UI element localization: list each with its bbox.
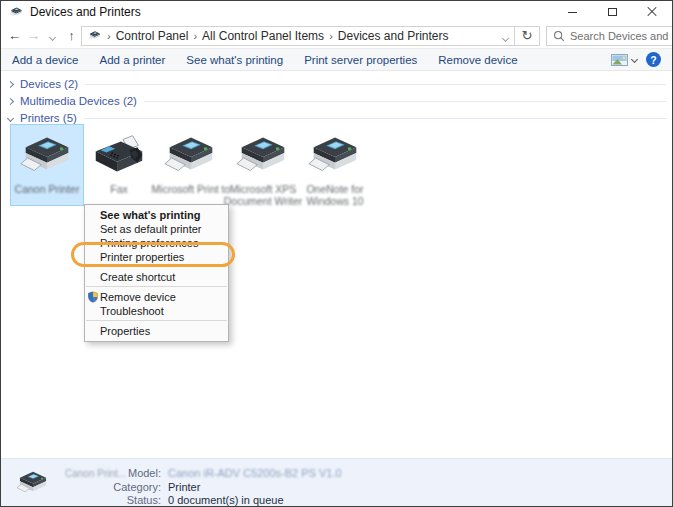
menu-item-see-whats-printing[interactable]: See what's printing [85,208,228,222]
menu-separator [86,266,227,267]
chevron-right-icon [7,80,14,87]
history-dropdown-button[interactable] [43,29,62,42]
group-rule [84,118,666,119]
group-label: Printers (5) [20,112,77,124]
command-toolbar: Add a device Add a printer See what's pr… [1,48,672,71]
printer-tile-fax[interactable]: Fax [83,125,155,205]
change-view-button[interactable] [611,54,637,66]
address-bar-row: ← → ↑ › Control Panel › All Control Pane… [1,23,672,48]
breadcrumb-separator: › [193,30,197,42]
chevron-right-icon [7,97,14,104]
group-header-devices[interactable]: Devices (2) [8,76,666,92]
titlebar: Devices and Printers [1,1,672,23]
menu-item-remove-device[interactable]: Remove device [85,290,228,304]
group-label: Devices (2) [20,78,78,90]
menu-item-printer-properties[interactable]: Printer properties [85,250,228,264]
menu-item-label: Remove device [100,291,176,303]
group-header-printers[interactable]: Printers (5) [8,110,666,126]
printer-tile-microsoft-xps[interactable]: Microsoft XPS Document Writer [227,125,299,205]
minimize-icon [568,12,577,13]
menu-item-set-as-default-printer[interactable]: Set as default printer [85,222,228,236]
fax-icon [88,132,150,180]
printer-tile-onenote[interactable]: OneNote for Windows 10 [299,125,371,205]
devices-breadcrumb-icon [88,30,102,41]
address-bar[interactable]: › Control Panel › All Control Panel Item… [81,26,515,46]
device-details: Model: Canon iR-ADV C5200s-B2 PS V1.0 Ca… [101,467,342,507]
refresh-button[interactable]: ↻ [515,26,540,46]
view-thumbnail-icon [611,54,628,66]
search-input[interactable] [570,30,673,42]
printer-tile-microsoft-print-to[interactable]: Microsoft Print to [155,125,227,205]
menu-separator [86,320,227,321]
printer-icon [160,132,222,180]
printer-tile-canon[interactable]: Canon Printer [11,125,83,205]
minimize-button[interactable] [552,1,592,23]
back-button[interactable]: ← [5,29,24,42]
add-a-device-button[interactable]: Add a device [12,54,79,66]
close-icon [647,7,657,17]
window-title: Devices and Printers [30,5,141,19]
printer-tiles: Canon Printer Fax Microsoft Print to Mic… [11,125,371,205]
printer-app-icon [9,6,24,18]
context-menu: See what's printing Set as default print… [84,204,229,342]
chevron-down-icon [631,56,638,63]
chevron-down-icon [7,114,14,121]
uac-shield-icon [87,291,99,303]
model-value: Canon iR-ADV C5200s-B2 PS V1.0 [168,467,342,480]
printer-icon [232,132,294,180]
status-value: 0 document(s) in queue [168,494,342,507]
breadcrumb-separator: › [107,30,111,42]
menu-item-troubleshoot[interactable]: Troubleshoot [85,304,228,318]
print-server-properties-button[interactable]: Print server properties [304,54,417,66]
up-button[interactable]: ↑ [62,29,81,42]
search-icon [553,30,565,42]
printer-tile-label: OneNote for Windows 10 [291,183,379,207]
close-button[interactable] [632,1,672,23]
address-dropdown-button[interactable] [503,27,508,45]
remove-device-button[interactable]: Remove device [438,54,517,66]
category-value: Printer [168,481,342,494]
breadcrumb-separator: › [329,30,333,42]
see-whats-printing-button[interactable]: See what's printing [186,54,283,66]
add-a-printer-button[interactable]: Add a printer [100,54,166,66]
printer-icon [304,132,366,180]
group-rule [85,84,666,85]
chevron-down-icon [502,34,509,41]
breadcrumb-devices-and-printers[interactable]: Devices and Printers [338,29,449,43]
breadcrumb-control-panel[interactable]: Control Panel [116,29,189,43]
search-box[interactable] [546,26,673,46]
chevron-down-icon [49,34,56,41]
menu-item-create-shortcut[interactable]: Create shortcut [85,270,228,284]
group-rule [144,101,666,102]
model-label: Model: [101,467,161,480]
status-label: Status: [101,494,161,507]
details-pane: Canon Print... Model: Canon iR-ADV C5200… [1,458,672,506]
menu-item-printing-preferences[interactable]: Printing preferences [85,236,228,250]
printer-icon [16,132,78,180]
menu-separator [86,286,227,287]
printer-icon [14,468,52,498]
menu-item-properties[interactable]: Properties [85,324,228,338]
breadcrumb-all-control-panel-items[interactable]: All Control Panel Items [202,29,324,43]
category-label: Category: [101,481,161,494]
forward-button[interactable]: → [24,29,43,42]
group-label: Multimedia Devices (2) [20,95,137,107]
maximize-icon [608,8,617,16]
devices-and-printers-window: Devices and Printers ← → ↑ › Control Pan… [0,0,673,507]
group-header-multimedia-devices[interactable]: Multimedia Devices (2) [8,93,666,109]
help-button[interactable]: ? [646,52,661,67]
maximize-button[interactable] [592,1,632,23]
